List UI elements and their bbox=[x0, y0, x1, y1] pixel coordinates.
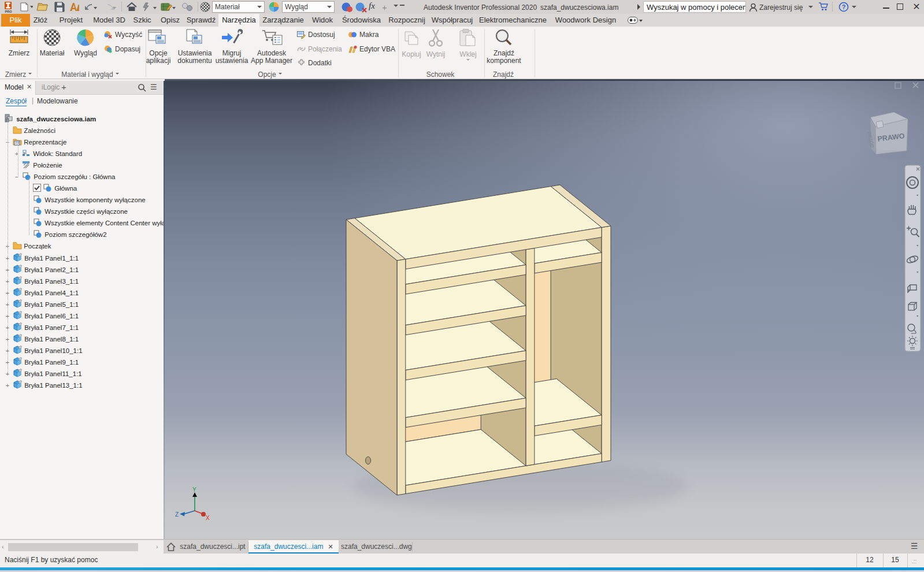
svg-text:PRO: PRO bbox=[5, 10, 13, 13]
svg-text:Z: Z bbox=[175, 511, 179, 518]
svg-text:Y: Y bbox=[192, 486, 196, 493]
svg-text:X: X bbox=[206, 515, 210, 521]
svg-text:?: ? bbox=[842, 3, 846, 10]
